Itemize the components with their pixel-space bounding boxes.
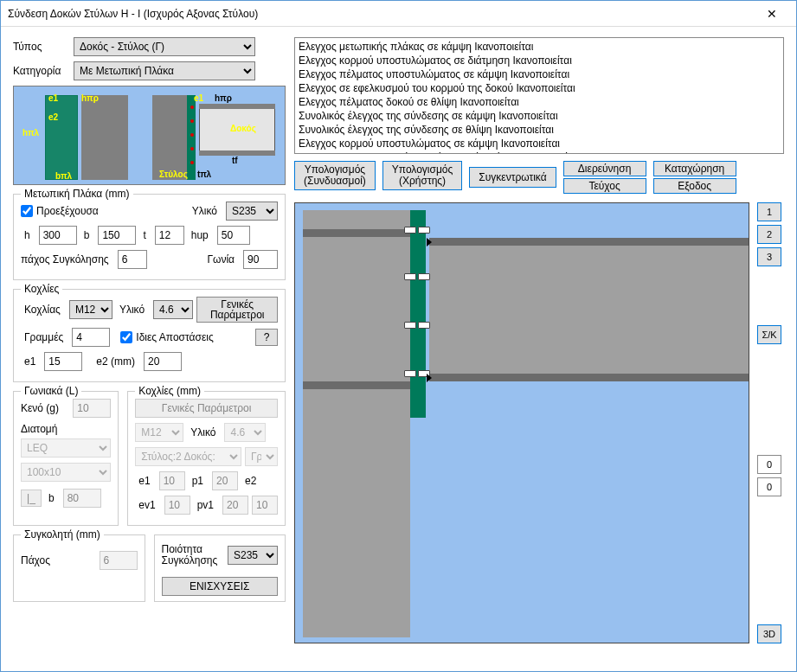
bolts-title: Κοχλίες	[21, 283, 62, 295]
col-beam-combo: Στύλος:2 Δοκός:	[135, 447, 241, 466]
gap-lbl: Κενό (g)	[21, 402, 69, 414]
angles-genparams-button: Γενικές Παράμετροι	[135, 399, 278, 418]
val0-input[interactable]	[757, 455, 781, 474]
thumb-e1: e1	[48, 93, 58, 103]
aev2-input	[252, 496, 278, 515]
apv1-input	[222, 496, 248, 515]
weldq-group: Ποιότητα ΣυγκόλησηςS235 ΕΝΙΣΧΥΣΕΙΣ	[154, 534, 286, 602]
thumb-hnl: hπλ	[22, 128, 39, 138]
gap-input	[73, 399, 111, 418]
endplate-title: Μετωπική Πλάκα (mm)	[21, 188, 133, 200]
thumb-hnp2: hπρ	[215, 93, 232, 103]
h-input[interactable]	[39, 226, 77, 245]
view-3-button[interactable]: 3	[757, 247, 781, 266]
rows-input[interactable]	[72, 328, 110, 347]
angles-title: Γωνιακά (L)	[21, 385, 81, 397]
sk-button[interactable]: Σ/Κ	[757, 325, 781, 344]
save-button[interactable]: Καταχώρηση	[653, 161, 736, 176]
angles-bolts-group: Κοχλίες (mm) Γενικές Παράμετροι M12Υλικό…	[127, 391, 286, 526]
thumb-e2: e2	[48, 112, 58, 122]
summary-button[interactable]: Συγκεντρωτικά	[469, 167, 556, 188]
plate-mat-combo[interactable]: S235	[226, 202, 278, 221]
amat-lbl: Υλικό	[190, 426, 215, 438]
3d-button[interactable]: 3D	[757, 624, 781, 643]
investigate-button[interactable]: Διερεύνηση	[563, 161, 646, 176]
title-bar: Σύνδεση Δοκών Στύλων H - I (Ισχυρός Αξον…	[1, 1, 796, 27]
angles-group: Γωνιακά (L) Κενό (g) Διατομή LEQ 100x10 …	[13, 391, 119, 526]
category-combo[interactable]: Με Μετωπική Πλάκα	[74, 61, 255, 80]
weld-title: Συγκολητή (mm)	[21, 528, 104, 541]
section-lbl: Διατομή	[21, 423, 111, 435]
rows-lbl: Γραμμές	[24, 331, 63, 343]
b-lbl: b	[84, 229, 90, 241]
sect1-combo: LEQ	[21, 438, 111, 458]
ae1-input	[159, 471, 185, 490]
ab-lbl: b	[48, 492, 55, 504]
val1-input[interactable]	[757, 477, 781, 496]
bolts-group: Κοχλίες Κοχλίας M12 Υλικό 4.6 Γενικές Πα…	[13, 289, 286, 382]
b-input[interactable]	[98, 226, 136, 245]
check-item: Ελεγχος πέλματος υποστυλώματος σε κάμψη …	[299, 67, 780, 81]
thumb-hnp: hπρ	[81, 93, 99, 103]
calc-user-button[interactable]: Υπολογισμός(Χρήστης)	[382, 161, 463, 190]
ae1-lbl: e1	[138, 475, 150, 487]
hup-lbl: hup	[191, 229, 209, 241]
bolt-combo[interactable]: M12	[69, 300, 112, 319]
e2-input[interactable]	[144, 352, 182, 371]
check-item: Συνολικός έλεγχος της σύνδεσης σε θλίψη …	[299, 123, 780, 137]
h-lbl: h	[24, 229, 30, 241]
thumb-col: Στύλος	[159, 170, 188, 179]
view-1-button[interactable]: 1	[757, 202, 781, 221]
qual-lbl: Ποιότητα Συγκόλησης	[162, 544, 225, 566]
exit-button[interactable]: Εξοδος	[653, 178, 736, 194]
gr-combo: Γρ.	[245, 447, 278, 466]
ap1-lbl: p1	[192, 475, 203, 487]
type-combo[interactable]: Δοκός - Στύλος (Γ)	[74, 37, 255, 56]
thumb-tnl: tπλ	[197, 170, 211, 179]
check-item: Ελεγχος σε εφελκυσμού του κορμού της δοκ…	[299, 81, 780, 95]
ae2-lbl: e2	[245, 475, 256, 487]
bolt-mat-lbl: Υλικό	[119, 304, 145, 316]
e1-lbl: e1	[24, 355, 35, 368]
thk-input	[100, 551, 138, 570]
projecting-label: Προεξέχουσα	[36, 205, 99, 217]
plate-mat-label: Υλικό	[192, 205, 217, 217]
aev1-input	[164, 496, 190, 515]
thumb-bnl: bπλ	[55, 171, 72, 181]
hup-input[interactable]	[217, 226, 250, 245]
weld-input[interactable]	[118, 250, 147, 269]
document-button[interactable]: Τεύχος	[563, 178, 646, 194]
weld-lbl: πάχος Συγκόλησης	[21, 253, 109, 266]
bolt-lbl: Κοχλίας	[24, 304, 61, 316]
qual-combo[interactable]: S235	[228, 546, 278, 565]
t-input[interactable]	[155, 226, 184, 245]
thk-lbl: Πάχος	[21, 554, 96, 566]
angle-input[interactable]	[243, 250, 278, 269]
same-dist-check[interactable]	[120, 331, 132, 343]
check-item: Ελεγχος μετωπικής πλάκας σε κάμψη Ικανοπ…	[299, 40, 780, 54]
amat-combo: 4.6	[224, 423, 266, 442]
gen-params-button[interactable]: Γενικές Παράμετροι	[196, 297, 278, 323]
calc-combos-button[interactable]: Υπολογισμός(Συνδυασμοί)	[294, 161, 376, 190]
ap1-input	[212, 471, 238, 490]
close-button[interactable]: ✕	[755, 2, 789, 26]
bolt-mat-combo[interactable]: 4.6	[153, 300, 193, 319]
reinf-button[interactable]: ΕΝΙΣΧΥΣΕΙΣ	[162, 577, 279, 596]
question-button[interactable]: ?	[255, 329, 278, 346]
sect2-combo: 100x10	[21, 463, 111, 482]
thumb-beam: Δοκός	[230, 124, 256, 133]
abolt-combo: M12	[135, 423, 183, 442]
thumb-e1b: e1	[194, 93, 203, 103]
same-dist-label: Ιδιες Αποστάσεις	[136, 331, 213, 343]
check-item: Ελεγχος σε εφελκυσμού κοχλιών δοκού-πλάκ…	[299, 150, 780, 154]
check-list[interactable]: Ελεγχος μετωπικής πλάκας σε κάμψη Ικανοπ…	[294, 37, 784, 154]
view-2-button[interactable]: 2	[757, 225, 781, 244]
drawing-canvas	[294, 202, 749, 643]
e1-input[interactable]	[44, 352, 82, 371]
angles-bolts-title: Κοχλίες (mm)	[135, 385, 204, 397]
check-item: Συνολικός έλεγχος της σύνδεσης σε κάμψη …	[299, 109, 780, 123]
projecting-check[interactable]	[21, 205, 33, 217]
endplate-group: Μετωπική Πλάκα (mm) Προεξέχουσα Υλικό S2…	[13, 194, 286, 280]
category-label: Κατηγορία	[13, 65, 74, 77]
ab-input	[63, 489, 101, 508]
